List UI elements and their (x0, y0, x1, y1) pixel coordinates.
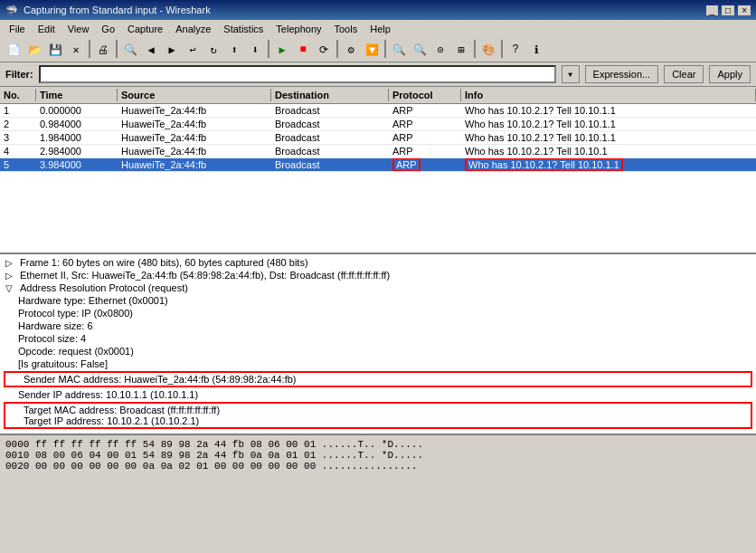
back-btn[interactable]: ◀ (141, 40, 161, 60)
packet-header: No. Time Source Destination Protocol Inf… (0, 87, 756, 104)
opcode-row[interactable]: Opcode: request (0x0001) (0, 345, 756, 358)
sep6 (474, 40, 476, 58)
filter-dropdown-btn[interactable]: ▼ (562, 65, 580, 83)
detail-area: ▷ Frame 1: 60 bytes on wire (480 bits), … (0, 254, 756, 435)
cell-info: Who has 10.10.2.1? Tell 10.10.1.1 (461, 131, 756, 144)
hex-area: 0000 ff ff ff ff ff ff 54 89 98 2a 44 fb… (0, 435, 756, 490)
cell-source: HuaweiTe_2a:44:fb (118, 145, 271, 157)
cell-proto: ARP (389, 131, 461, 144)
table-row[interactable]: 42.984000HuaweiTe_2a:44:fbBroadcastARPWh… (0, 145, 756, 158)
menu-bar: File Edit View Go Capture Analyze Statis… (0, 20, 756, 38)
gratuitous-row[interactable]: [Is gratuitous: False] (0, 358, 756, 370)
sender-ip-text: Sender IP address: 10.10.1.1 (10.10.1.1) (18, 389, 198, 400)
table-row[interactable]: 31.984000HuaweiTe_2a:44:fbBroadcastARPWh… (0, 131, 756, 145)
zoom-in-btn[interactable]: 🔍 (389, 40, 409, 60)
menu-capture[interactable]: Capture (122, 22, 168, 36)
menu-view[interactable]: View (62, 22, 95, 36)
cell-no: 4 (0, 145, 36, 157)
about-btn[interactable]: ℹ (526, 40, 546, 60)
target-ip-row[interactable]: Target IP address: 10.10.2.1 (10.10.2.1) (24, 415, 747, 426)
protocol-size-row[interactable]: Protocol size: 4 (0, 332, 756, 345)
arp-expand-icon: ▽ (5, 283, 16, 293)
sep5 (384, 40, 386, 58)
sender-ip-row[interactable]: Sender IP address: 10.10.1.1 (10.10.1.1) (0, 388, 756, 401)
cell-info: Who has 10.10.2.1? Tell 10.10.1.1 (461, 104, 756, 117)
jump-btn[interactable]: ↩ (183, 40, 203, 60)
packet-list: No. Time Source Destination Protocol Inf… (0, 87, 756, 254)
cell-dest: Broadcast (271, 118, 389, 130)
target-mac-row[interactable]: Target MAC address: Broadcast (ff:ff:ff:… (24, 405, 747, 415)
zoom-full-btn[interactable]: ⊞ (451, 40, 471, 60)
table-row[interactable]: 20.984000HuaweiTe_2a:44:fbBroadcastARPWh… (0, 118, 756, 131)
frame-text: Frame 1: 60 bytes on wire (480 bits), 60… (20, 257, 308, 268)
filter-input[interactable] (39, 65, 556, 83)
apply-btn[interactable]: Apply (709, 65, 751, 83)
target-ip-text: Target IP address: 10.10.2.1 (10.10.2.1) (24, 415, 199, 426)
hardware-type-text: Hardware type: Ethernet (0x0001) (18, 295, 168, 306)
table-row[interactable]: 10.000000HuaweiTe_2a:44:fbBroadcastARPWh… (0, 104, 756, 118)
ethernet-expand-icon: ▷ (5, 271, 16, 281)
sender-mac-row[interactable]: Sender MAC address: HuaweiTe_2a:44:fb (5… (4, 371, 752, 387)
protocol-type-row[interactable]: Protocol type: IP (0x0800) (0, 307, 756, 319)
cell-no: 3 (0, 131, 36, 144)
restart-cap-btn[interactable]: ⟳ (314, 40, 334, 60)
window-title: Capturing from Standard input - Wireshar… (24, 5, 706, 15)
cell-time: 2.984000 (36, 145, 118, 157)
new-capture-btn[interactable]: 📄 (4, 40, 24, 60)
expression-btn[interactable]: Expression... (585, 65, 659, 83)
menu-file[interactable]: File (4, 22, 31, 36)
table-row[interactable]: 53.984000HuaweiTe_2a:44:fbBroadcastARPWh… (0, 158, 756, 172)
filter-btn2[interactable]: 🔽 (362, 40, 382, 60)
close-btn[interactable]: ✕ (66, 40, 86, 60)
clear-btn[interactable]: Clear (664, 65, 704, 83)
cell-proto: ARP (389, 158, 461, 171)
protocol-size-text: Protocol size: 4 (18, 333, 86, 344)
window-controls[interactable]: _ □ × (706, 5, 751, 15)
help-icon-btn[interactable]: ? (506, 40, 525, 60)
menu-edit[interactable]: Edit (33, 22, 61, 36)
start-cap-btn[interactable]: ▶ (272, 40, 292, 60)
ethernet-text: Ethernet II, Src: HuaweiTe_2a:44:fb (54:… (20, 270, 390, 281)
refresh-btn[interactable]: ↻ (203, 40, 223, 60)
sep3 (268, 40, 269, 58)
print-btn[interactable]: 🖨 (93, 40, 113, 60)
cell-no: 1 (0, 104, 36, 117)
down-btn[interactable]: ⬇ (245, 40, 265, 60)
hardware-size-row[interactable]: Hardware size: 6 (0, 319, 756, 332)
hex-content: 0000 ff ff ff ff ff ff 54 89 98 2a 44 fb… (5, 439, 423, 472)
menu-statistics[interactable]: Statistics (218, 22, 269, 36)
save-btn[interactable]: 💾 (45, 40, 65, 60)
menu-telephony[interactable]: Telephony (270, 22, 326, 36)
cell-time: 0.984000 (36, 118, 118, 130)
frame-row[interactable]: ▷ Frame 1: 60 bytes on wire (480 bits), … (0, 256, 756, 269)
cell-time: 0.000000 (36, 104, 118, 117)
target-rows[interactable]: Target MAC address: Broadcast (ff:ff:ff:… (4, 402, 752, 429)
stop-cap-btn[interactable]: ■ (293, 40, 313, 60)
find-btn[interactable]: 🔍 (120, 40, 140, 60)
menu-analyze[interactable]: Analyze (170, 22, 216, 36)
cell-dest: Broadcast (271, 104, 389, 117)
arp-row[interactable]: ▽ Address Resolution Protocol (request) (0, 281, 756, 294)
options-btn[interactable]: ⚙ (341, 40, 361, 60)
col-info: Info (461, 89, 756, 101)
color-rules-btn[interactable]: 🎨 (478, 40, 498, 60)
up-btn[interactable]: ⬆ (224, 40, 244, 60)
open-btn[interactable]: 📂 (24, 40, 44, 60)
fwd-btn[interactable]: ▶ (162, 40, 182, 60)
cell-info: Who has 10.10.2.1? Tell 10.10.1.1 (461, 118, 756, 130)
menu-help[interactable]: Help (364, 22, 396, 36)
menu-go[interactable]: Go (96, 22, 120, 36)
zoom-out-btn[interactable]: 🔍 (410, 40, 430, 60)
cell-no: 5 (0, 158, 36, 171)
cell-proto: ARP (389, 145, 461, 157)
zoom-reset-btn[interactable]: ⊙ (430, 40, 450, 60)
opcode-text: Opcode: request (0x0001) (18, 346, 134, 357)
hardware-type-row[interactable]: Hardware type: Ethernet (0x0001) (0, 294, 756, 307)
protocol-type-text: Protocol type: IP (0x0800) (18, 308, 133, 319)
filter-label: Filter: (5, 69, 33, 80)
ethernet-row[interactable]: ▷ Ethernet II, Src: HuaweiTe_2a:44:fb (5… (0, 269, 756, 281)
col-proto: Protocol (389, 89, 461, 101)
cell-dest: Broadcast (271, 131, 389, 144)
menu-tools[interactable]: Tools (329, 22, 364, 36)
sep2 (116, 40, 118, 58)
